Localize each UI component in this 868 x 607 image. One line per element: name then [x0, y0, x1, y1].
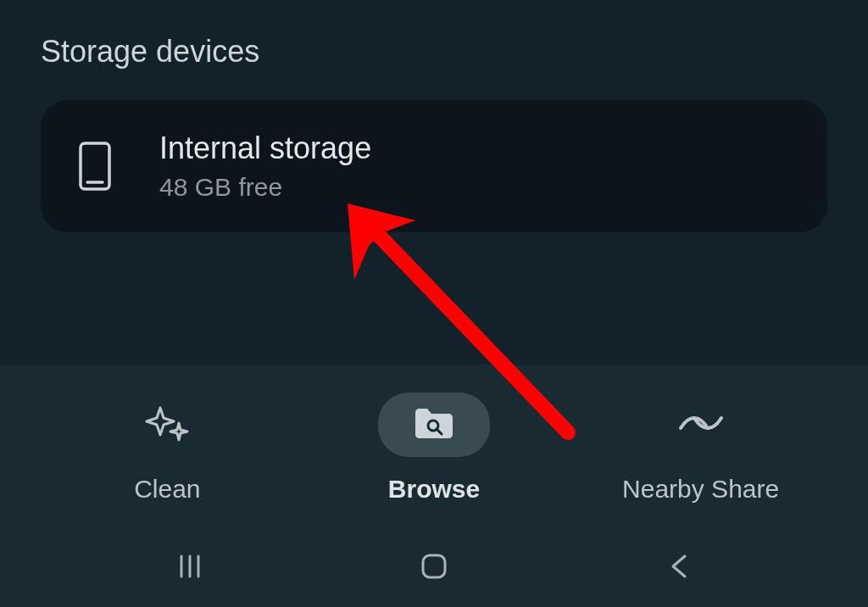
tab-nearby-share[interactable]: Nearby Share [616, 395, 786, 504]
tab-browse-label: Browse [388, 475, 480, 504]
svg-rect-7 [423, 555, 445, 577]
tab-clean[interactable]: Clean [82, 395, 252, 504]
sparkle-icon [142, 398, 192, 452]
recents-button[interactable] [164, 549, 215, 583]
internal-storage-card[interactable]: Internal storage 48 GB free [41, 100, 827, 232]
navigation-bar [0, 529, 868, 607]
nearby-share-icon [674, 406, 728, 443]
section-title: Storage devices [41, 34, 827, 70]
back-button[interactable] [653, 549, 704, 583]
phone-icon [78, 141, 112, 192]
tab-nearby-share-label: Nearby Share [622, 475, 779, 504]
home-button[interactable] [409, 549, 459, 583]
storage-title: Internal storage [159, 131, 371, 166]
tab-clean-label: Clean [134, 475, 200, 504]
storage-free-space: 48 GB free [159, 173, 371, 202]
tab-browse[interactable]: Browse [349, 395, 519, 504]
folder-search-icon [412, 404, 456, 445]
